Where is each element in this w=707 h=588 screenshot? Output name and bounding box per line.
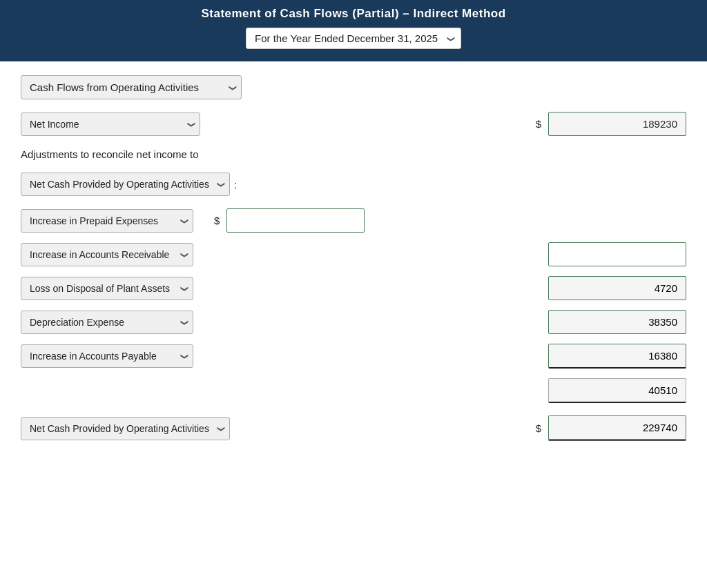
period-select-wrapper[interactable]: For the Year Ended December 31, 2025 bbox=[246, 28, 461, 49]
adjustment-input[interactable] bbox=[548, 276, 686, 300]
cash-flows-section-row: Cash Flows from Operating Activities bbox=[21, 75, 686, 99]
subtotal-row bbox=[21, 378, 686, 403]
cash-flows-select[interactable]: Cash Flows from Operating Activities bbox=[21, 75, 242, 99]
main-content: Cash Flows from Operating Activities Net… bbox=[0, 61, 707, 460]
adjustment-input[interactable] bbox=[548, 242, 686, 266]
adjustment-row: Loss on Disposal of Plant Assets bbox=[21, 276, 686, 300]
final-select-wrapper[interactable]: Net Cash Provided by Operating Activitie… bbox=[21, 417, 230, 440]
adjustment-select-wrapper[interactable]: Increase in Accounts Payable bbox=[21, 344, 193, 368]
adjustment-dollar: $ bbox=[214, 215, 220, 226]
adjustment-input[interactable] bbox=[548, 344, 686, 369]
net-cash-label-row: Net Cash Provided by Operating Activitie… bbox=[21, 173, 686, 196]
subtotal-input[interactable] bbox=[548, 378, 686, 403]
adjustment-select[interactable]: Depreciation Expense bbox=[21, 311, 193, 334]
colon-separator: : bbox=[234, 179, 237, 190]
cash-flows-select-wrapper[interactable]: Cash Flows from Operating Activities bbox=[21, 75, 242, 99]
net-income-row: Net Income $ bbox=[21, 112, 686, 136]
adjustment-row: Increase in Accounts Receivable bbox=[21, 242, 686, 266]
adjustment-select[interactable]: Loss on Disposal of Plant Assets bbox=[21, 277, 193, 300]
net-income-input[interactable] bbox=[548, 112, 686, 136]
adjustment-row: Increase in Accounts Payable bbox=[21, 344, 686, 369]
final-value-input[interactable] bbox=[548, 415, 686, 441]
adjustment-input[interactable] bbox=[226, 208, 365, 233]
net-income-select[interactable]: Net Income bbox=[21, 112, 200, 136]
adjustment-row: Increase in Prepaid Expenses$ bbox=[21, 208, 686, 233]
adjustment-input[interactable] bbox=[548, 310, 686, 334]
final-dollar: $ bbox=[536, 422, 541, 434]
adjustment-row: Depreciation Expense bbox=[21, 310, 686, 334]
net-income-select-wrapper[interactable]: Net Income bbox=[21, 112, 200, 136]
adjustment-select-wrapper[interactable]: Depreciation Expense bbox=[21, 311, 193, 334]
net-income-dollar: $ bbox=[536, 118, 541, 130]
net-cash-label-select-wrapper[interactable]: Net Cash Provided by Operating Activitie… bbox=[21, 173, 230, 196]
final-row: Net Cash Provided by Operating Activitie… bbox=[21, 415, 686, 441]
header: Statement of Cash Flows (Partial) – Indi… bbox=[0, 0, 707, 61]
period-select[interactable]: For the Year Ended December 31, 2025 bbox=[246, 28, 461, 49]
adjustment-select[interactable]: Increase in Accounts Receivable bbox=[21, 243, 193, 266]
adjustment-select-wrapper[interactable]: Increase in Accounts Receivable bbox=[21, 243, 193, 266]
adjustment-select-wrapper[interactable]: Loss on Disposal of Plant Assets bbox=[21, 277, 193, 300]
final-select[interactable]: Net Cash Provided by Operating Activitie… bbox=[21, 417, 230, 440]
adjustment-select[interactable]: Increase in Prepaid Expenses bbox=[21, 209, 193, 233]
adjustment-select-wrapper[interactable]: Increase in Prepaid Expenses bbox=[21, 209, 193, 233]
page-title: Statement of Cash Flows (Partial) – Indi… bbox=[14, 7, 693, 21]
net-cash-label-select[interactable]: Net Cash Provided by Operating Activitie… bbox=[21, 173, 230, 196]
adjustment-select[interactable]: Increase in Accounts Payable bbox=[21, 344, 193, 368]
adjustments-text: Adjustments to reconcile net income to bbox=[21, 148, 686, 160]
adjustments-container: Increase in Prepaid Expenses$Increase in… bbox=[21, 208, 686, 369]
